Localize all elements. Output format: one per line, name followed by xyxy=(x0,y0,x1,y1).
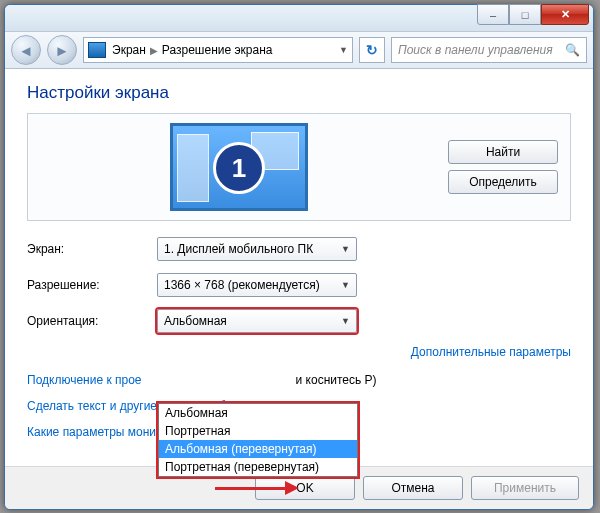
monitor-icon xyxy=(88,42,106,58)
advanced-link-row: Дополнительные параметры xyxy=(27,345,571,359)
orientation-option[interactable]: Альбомная xyxy=(159,404,357,422)
window: – □ ✕ ◄ ► Экран ▶ Разрешение экрана ▼ ↻ … xyxy=(4,4,594,510)
content: Настройки экрана 1 Найти Определить Экра… xyxy=(5,69,593,466)
resolution-value: 1366 × 768 (рекомендуется) xyxy=(164,278,320,292)
display-label: Экран: xyxy=(27,242,157,256)
search-icon[interactable]: 🔍 xyxy=(565,43,580,57)
orientation-value: Альбомная xyxy=(164,314,227,328)
window-controls: – □ ✕ xyxy=(477,4,589,25)
orientation-label: Ориентация: xyxy=(27,314,157,328)
chevron-down-icon: ▼ xyxy=(341,280,350,290)
page-title: Настройки экрана xyxy=(27,83,571,103)
orientation-option[interactable]: Портретная (перевернутая) xyxy=(159,458,357,476)
titlebar: – □ ✕ xyxy=(5,5,593,32)
chevron-down-icon: ▼ xyxy=(341,316,350,326)
settings-grid: Экран: 1. Дисплей мобильного ПК ▼ Разреш… xyxy=(27,237,571,333)
find-button[interactable]: Найти xyxy=(448,140,558,164)
minimize-button[interactable]: – xyxy=(477,4,509,25)
monitor-number: 1 xyxy=(213,142,265,194)
forward-button[interactable]: ► xyxy=(47,35,77,65)
orientation-option[interactable]: Альбомная (перевернутая) xyxy=(159,440,357,458)
close-button[interactable]: ✕ xyxy=(541,4,589,25)
display-select[interactable]: 1. Дисплей мобильного ПК ▼ xyxy=(157,237,357,261)
back-button[interactable]: ◄ xyxy=(11,35,41,65)
breadcrumb-item[interactable]: Экран xyxy=(112,43,146,57)
monitor-thumbnail[interactable]: 1 xyxy=(170,123,308,211)
resolution-label: Разрешение: xyxy=(27,278,157,292)
display-value: 1. Дисплей мобильного ПК xyxy=(164,242,313,256)
search-placeholder: Поиск в панели управления xyxy=(398,43,553,57)
cancel-button[interactable]: Отмена xyxy=(363,476,463,500)
display-preview: 1 Найти Определить xyxy=(27,113,571,221)
orientation-option[interactable]: Портретная xyxy=(159,422,357,440)
preview-buttons: Найти Определить xyxy=(448,140,558,194)
breadcrumb-item[interactable]: Разрешение экрана xyxy=(162,43,273,57)
advanced-settings-link[interactable]: Дополнительные параметры xyxy=(411,345,571,359)
connect-projector-row: Подключение к прое и коснитесь P) xyxy=(27,373,571,387)
connect-projector-link[interactable]: Подключение к прое xyxy=(27,373,142,387)
chevron-down-icon: ▼ xyxy=(341,244,350,254)
preview-taskbar xyxy=(177,134,209,202)
chevron-down-icon[interactable]: ▼ xyxy=(339,45,348,55)
breadcrumb[interactable]: Экран ▶ Разрешение экрана ▼ xyxy=(83,37,353,63)
resolution-select[interactable]: 1366 × 768 (рекомендуется) ▼ xyxy=(157,273,357,297)
apply-button[interactable]: Применить xyxy=(471,476,579,500)
detect-button[interactable]: Определить xyxy=(448,170,558,194)
annotation-arrow xyxy=(215,483,303,493)
refresh-button[interactable]: ↻ xyxy=(359,37,385,63)
maximize-button[interactable]: □ xyxy=(509,4,541,25)
orientation-dropdown[interactable]: АльбомнаяПортретнаяАльбомная (перевернут… xyxy=(158,403,358,477)
connect-projector-hint: и коснитесь P) xyxy=(296,373,377,387)
toolbar: ◄ ► Экран ▶ Разрешение экрана ▼ ↻ Поиск … xyxy=(5,32,593,69)
chevron-right-icon: ▶ xyxy=(150,45,158,56)
orientation-select[interactable]: Альбомная ▼ xyxy=(157,309,357,333)
search-input[interactable]: Поиск в панели управления 🔍 xyxy=(391,37,587,63)
